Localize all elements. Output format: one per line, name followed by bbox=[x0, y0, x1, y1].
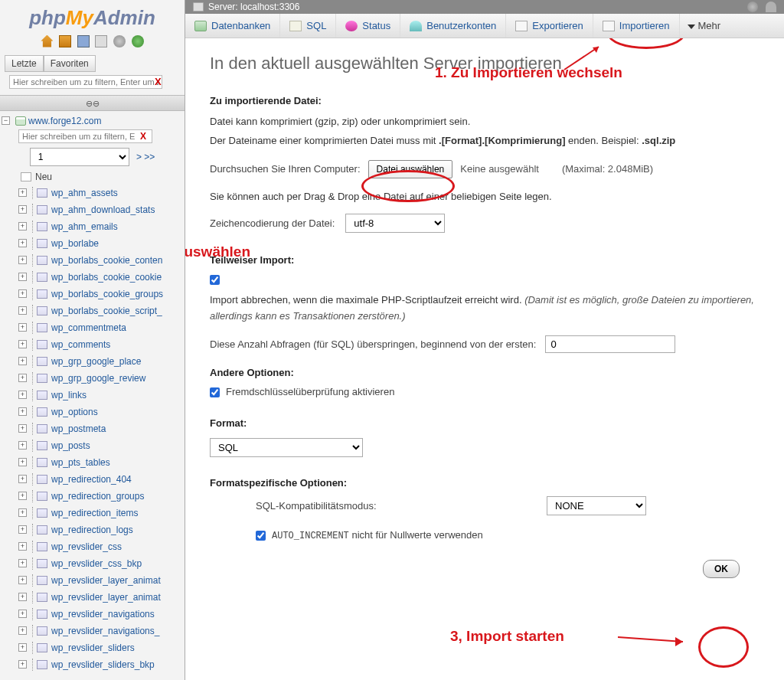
table-row[interactable]: +wp_pts_tables bbox=[2, 454, 183, 471]
table-row[interactable]: +wp_postmeta bbox=[2, 420, 183, 437]
expand-icon[interactable]: + bbox=[18, 458, 27, 466]
expand-icon[interactable]: + bbox=[18, 626, 27, 635]
table-row[interactable]: +wp_revslider_css bbox=[2, 538, 183, 555]
expand-icon[interactable]: + bbox=[18, 306, 27, 315]
tab-recent[interactable]: Letzte bbox=[5, 55, 44, 72]
recent-link-bar[interactable]: ⊖⊖ bbox=[0, 95, 185, 111]
topnav-benutzerkonten[interactable]: Benutzerkonten bbox=[400, 14, 506, 38]
table-name: wp_grp_google_place bbox=[51, 356, 141, 367]
home-icon[interactable] bbox=[41, 35, 53, 47]
i-sql-icon bbox=[289, 21, 302, 31]
clear-table-filter-icon[interactable]: X bbox=[140, 131, 146, 142]
expand-icon[interactable]: + bbox=[18, 357, 27, 365]
table-row[interactable]: +wp_posts bbox=[2, 437, 183, 454]
table-name: wp_links bbox=[51, 390, 87, 400]
expand-icon[interactable]: + bbox=[18, 407, 27, 416]
file-select-button[interactable]: Datei auswählen bbox=[368, 160, 453, 178]
page-select[interactable]: 1 bbox=[30, 148, 129, 166]
expand-icon[interactable]: + bbox=[18, 660, 27, 669]
docs-icon[interactable] bbox=[77, 35, 90, 47]
expand-icon[interactable]: + bbox=[18, 475, 27, 483]
table-row[interactable]: +wp_options bbox=[2, 404, 183, 420]
topnav-sql[interactable]: SQL bbox=[280, 14, 336, 38]
table-row[interactable]: +wp_revslider_sliders bbox=[2, 639, 183, 656]
topnav-importieren[interactable]: Importieren bbox=[593, 14, 680, 38]
table-row[interactable]: +wp_ahm_emails bbox=[2, 218, 183, 235]
topnav-more[interactable]: Mehr bbox=[680, 14, 729, 38]
logo[interactable]: phpMyAdmin bbox=[0, 0, 185, 33]
topnav-exportieren[interactable]: Exportieren bbox=[506, 14, 593, 38]
table-name: wp_redirection_404 bbox=[51, 474, 132, 485]
table-row[interactable]: +wp_borlabs_cookie_conten bbox=[2, 252, 183, 269]
clear-filter-icon[interactable]: X bbox=[155, 76, 162, 87]
table-row[interactable]: +wp_revslider_layer_animat bbox=[2, 589, 183, 606]
sidebar: phpMyAdmin Letzte Favoriten X ⊖⊖ − www.f… bbox=[0, 0, 185, 680]
fk-checkbox[interactable] bbox=[210, 387, 220, 397]
db-filter-input[interactable] bbox=[9, 75, 162, 89]
expand-icon[interactable]: + bbox=[18, 188, 27, 197]
settings-icon[interactable] bbox=[113, 35, 126, 47]
expand-icon[interactable]: + bbox=[18, 559, 27, 567]
expand-icon[interactable]: + bbox=[18, 593, 27, 601]
topnav-status[interactable]: Status bbox=[336, 14, 400, 38]
expand-icon[interactable]: + bbox=[18, 391, 27, 399]
reload-icon[interactable] bbox=[132, 35, 144, 47]
table-row[interactable]: +wp_revslider_navigations bbox=[2, 606, 183, 623]
table-row[interactable]: +wp_borlabs_cookie_groups bbox=[2, 286, 183, 302]
table-row[interactable]: +wp_grp_google_review bbox=[2, 370, 183, 387]
nav-panel-icon[interactable] bbox=[95, 35, 107, 47]
table-row[interactable]: +wp_links bbox=[2, 387, 183, 404]
topnav-datenbanken[interactable]: Datenbanken bbox=[185, 14, 280, 38]
expand-icon[interactable]: + bbox=[18, 289, 27, 298]
expand-icon[interactable]: + bbox=[18, 323, 27, 332]
expand-icon[interactable]: + bbox=[18, 239, 27, 247]
expand-icon[interactable]: + bbox=[18, 256, 27, 264]
expand-icon[interactable]: + bbox=[18, 273, 27, 281]
table-row[interactable]: +wp_ahm_download_stats bbox=[2, 201, 183, 218]
table-row[interactable]: +wp_borlabs_cookie_cookie bbox=[2, 269, 183, 286]
table-filter-input[interactable] bbox=[18, 129, 152, 143]
table-row[interactable]: +wp_redirection_logs bbox=[2, 521, 183, 538]
table-row[interactable]: +wp_revslider_css_bkp bbox=[2, 555, 183, 572]
table-row[interactable]: +wp_borlabs_cookie_script_ bbox=[2, 302, 183, 319]
collapse-nav-icon[interactable] bbox=[766, 2, 776, 12]
expand-icon[interactable]: + bbox=[18, 610, 27, 618]
pager-next[interactable]: > >> bbox=[136, 152, 155, 162]
expand-icon[interactable]: + bbox=[18, 492, 27, 500]
tab-favorites[interactable]: Favoriten bbox=[44, 55, 96, 72]
logout-icon[interactable] bbox=[59, 35, 71, 47]
expand-icon[interactable]: + bbox=[18, 525, 27, 534]
table-row[interactable]: +wp_borlabe bbox=[2, 235, 183, 252]
expand-icon[interactable]: + bbox=[18, 542, 27, 551]
expand-icon[interactable]: + bbox=[18, 576, 27, 584]
compat-select[interactable]: NONE bbox=[547, 496, 646, 515]
table-row[interactable]: +wp_ahm_assets bbox=[2, 185, 183, 201]
expand-icon[interactable]: + bbox=[18, 374, 27, 382]
table-row[interactable]: +wp_revslider_navigations_ bbox=[2, 623, 183, 639]
page-settings-icon[interactable] bbox=[747, 2, 758, 12]
table-row[interactable]: +wp_redirection_groups bbox=[2, 488, 183, 505]
charset-select[interactable]: utf-8 bbox=[345, 214, 445, 233]
table-row[interactable]: +wp_redirection_items bbox=[2, 505, 183, 521]
expand-icon[interactable]: + bbox=[18, 508, 27, 517]
ok-button[interactable]: OK bbox=[703, 560, 740, 578]
expand-icon[interactable]: + bbox=[18, 340, 27, 348]
tree-root-db[interactable]: − www.forge12.com bbox=[2, 114, 183, 128]
expand-icon[interactable]: + bbox=[18, 424, 27, 433]
format-select[interactable]: SQL bbox=[210, 438, 363, 457]
expand-icon[interactable]: + bbox=[18, 643, 27, 652]
expand-icon[interactable]: + bbox=[18, 441, 27, 450]
expand-icon[interactable]: + bbox=[18, 205, 27, 214]
table-row[interactable]: +wp_commentmeta bbox=[2, 319, 183, 336]
collapse-icon[interactable]: − bbox=[2, 116, 10, 125]
expand-icon[interactable]: + bbox=[18, 222, 27, 230]
skip-input[interactable] bbox=[545, 335, 675, 353]
partial-checkbox[interactable] bbox=[210, 275, 220, 285]
table-row[interactable]: +wp_revslider_sliders_bkp bbox=[2, 656, 183, 673]
table-row[interactable]: +wp_redirection_404 bbox=[2, 471, 183, 488]
table-row[interactable]: +wp_revslider_layer_animat bbox=[2, 572, 183, 589]
new-table-link[interactable]: Neu bbox=[2, 169, 183, 185]
autoinc-checkbox[interactable] bbox=[256, 531, 266, 541]
table-row[interactable]: +wp_comments bbox=[2, 336, 183, 353]
table-row[interactable]: +wp_grp_google_place bbox=[2, 353, 183, 370]
